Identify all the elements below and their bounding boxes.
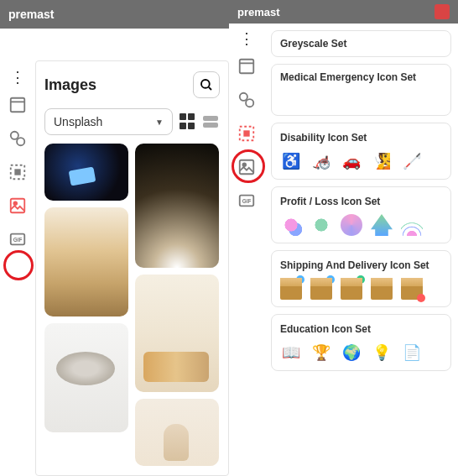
svg-rect-0 bbox=[11, 98, 25, 112]
svg-point-16 bbox=[242, 163, 246, 166]
more-icon[interactable]: ⋮ bbox=[10, 74, 25, 81]
box-pin-icon[interactable] bbox=[401, 278, 423, 300]
signal-icon[interactable] bbox=[401, 214, 423, 236]
svg-text:GIF: GIF bbox=[13, 237, 23, 243]
manual-wheelchair-icon[interactable]: 🦽 bbox=[310, 150, 332, 172]
cane-icon[interactable]: 🦯 bbox=[401, 150, 423, 172]
image-thumb[interactable] bbox=[44, 207, 128, 316]
box-icon[interactable] bbox=[341, 278, 362, 300]
svg-point-2 bbox=[17, 138, 24, 145]
grid-view-icon[interactable] bbox=[180, 113, 196, 130]
right-sidebar: ⋮ GIF bbox=[229, 24, 264, 476]
layout-toggle bbox=[180, 113, 220, 130]
image-thumb[interactable] bbox=[44, 144, 128, 201]
shapes-icon[interactable] bbox=[8, 129, 27, 148]
set-title: Shipping And Delivery Icon Set bbox=[280, 259, 442, 271]
svg-rect-10 bbox=[240, 60, 254, 74]
close-icon[interactable] bbox=[435, 4, 450, 19]
car-icon[interactable]: 🚗 bbox=[341, 150, 362, 172]
icon-row bbox=[280, 278, 442, 300]
icon-set-card[interactable]: Medical Emergency Icon Set bbox=[271, 64, 451, 116]
left-sidebar: ⋮ GIF bbox=[0, 60, 35, 476]
select-icon[interactable] bbox=[8, 163, 27, 181]
panel-title: Images bbox=[44, 76, 96, 94]
set-title: Disability Icon Set bbox=[280, 132, 442, 144]
select-icon[interactable] bbox=[237, 124, 256, 143]
icon-row: ♿ 🦽 🚗 🧏 🦯 bbox=[280, 150, 442, 172]
set-title: Medical Emergency Icon Set bbox=[280, 71, 442, 83]
svg-point-6 bbox=[13, 201, 17, 205]
icon-row: 📖 🏆 🌍 💡 📄 bbox=[280, 342, 442, 364]
wheelchair-icon[interactable]: ♿ bbox=[280, 150, 302, 172]
svg-rect-5 bbox=[11, 199, 25, 213]
templates-icon[interactable] bbox=[237, 57, 256, 76]
images-icon[interactable] bbox=[237, 158, 256, 176]
more-icon[interactable]: ⋮ bbox=[239, 35, 254, 42]
svg-text:GIF: GIF bbox=[242, 198, 252, 204]
icon-set-card[interactable]: Shipping And Delivery Icon Set bbox=[271, 250, 451, 307]
icon-set-card[interactable]: Greyscale Set bbox=[271, 30, 451, 57]
box-icon[interactable] bbox=[280, 278, 302, 300]
set-title: Greyscale Set bbox=[280, 38, 442, 50]
set-title: Education Icon Set bbox=[280, 323, 442, 335]
globe-icon[interactable]: 🌍 bbox=[341, 342, 362, 364]
svg-point-12 bbox=[246, 99, 253, 107]
box-icon[interactable] bbox=[371, 278, 393, 300]
growth-icon[interactable] bbox=[371, 214, 393, 236]
list-view-icon[interactable] bbox=[203, 113, 220, 130]
svg-rect-14 bbox=[243, 130, 249, 136]
image-grid bbox=[36, 144, 228, 476]
svg-rect-4 bbox=[14, 169, 20, 175]
brand-label: premast bbox=[237, 6, 280, 18]
image-thumb[interactable] bbox=[44, 323, 128, 432]
gif-icon[interactable]: GIF bbox=[237, 191, 256, 210]
image-thumb[interactable] bbox=[135, 144, 219, 268]
image-thumb[interactable] bbox=[135, 275, 219, 392]
gif-icon[interactable]: GIF bbox=[8, 230, 27, 248]
right-header: premast bbox=[229, 0, 458, 24]
icon-row bbox=[280, 214, 442, 236]
left-header: premast bbox=[0, 0, 229, 29]
lamp-icon[interactable]: 💡 bbox=[371, 342, 393, 364]
source-select[interactable]: Unsplash ▼ bbox=[44, 108, 173, 135]
box-icon[interactable] bbox=[310, 278, 332, 300]
icon-sets-list[interactable]: Greyscale Set Medical Emergency Icon Set… bbox=[264, 24, 458, 476]
analytics-icon[interactable] bbox=[280, 214, 302, 236]
svg-point-9 bbox=[201, 80, 210, 88]
images-icon[interactable] bbox=[8, 196, 27, 215]
image-thumb[interactable] bbox=[135, 399, 219, 466]
left-pane: ⋮ GIF Images Unsplash ▼ bbox=[0, 32, 229, 476]
svg-rect-15 bbox=[240, 160, 254, 175]
paper-icon[interactable]: 📄 bbox=[401, 342, 423, 364]
shapes-icon[interactable] bbox=[237, 91, 256, 109]
templates-icon[interactable] bbox=[8, 96, 27, 114]
brand-label: premast bbox=[8, 8, 54, 21]
book-icon[interactable]: 📖 bbox=[280, 342, 302, 364]
svg-point-11 bbox=[240, 93, 247, 101]
images-panel: Images Unsplash ▼ bbox=[35, 60, 229, 476]
icon-set-card[interactable]: Education Icon Set 📖 🏆 🌍 💡 📄 bbox=[271, 314, 451, 371]
chevron-down-icon: ▼ bbox=[155, 118, 164, 127]
right-pane: premast ⋮ GIF Greyscale Set Medical Emer… bbox=[229, 0, 458, 476]
icon-set-card[interactable]: Disability Icon Set ♿ 🦽 🚗 🧏 🦯 bbox=[271, 123, 451, 180]
set-title: Profit / Loss Icon Set bbox=[280, 196, 442, 207]
svg-point-1 bbox=[11, 132, 18, 139]
icon-set-card[interactable]: Profit / Loss Icon Set bbox=[271, 186, 451, 243]
deaf-icon[interactable]: 🧏 bbox=[371, 150, 393, 172]
gear-icon[interactable] bbox=[341, 214, 362, 236]
search-button[interactable] bbox=[193, 71, 220, 98]
source-label: Unsplash bbox=[54, 115, 102, 128]
magnify-icon[interactable] bbox=[310, 214, 332, 236]
trophy-icon[interactable]: 🏆 bbox=[310, 342, 332, 364]
